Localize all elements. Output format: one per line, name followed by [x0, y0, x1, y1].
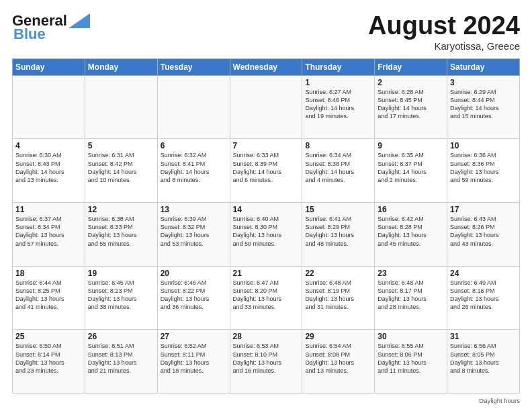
day-number: 3 [450, 78, 517, 87]
day-number: 14 [233, 205, 300, 214]
logo: General Blue [12, 12, 90, 43]
day-detail: Sunrise: 6:30 AM Sunset: 8:43 PM Dayligh… [15, 151, 82, 184]
calendar-header-sunday: Sunday [13, 58, 85, 75]
day-number: 24 [450, 269, 517, 278]
calendar-cell [230, 75, 302, 139]
calendar-cell: 24Sunrise: 6:49 AM Sunset: 8:16 PM Dayli… [447, 266, 520, 330]
calendar-header-wednesday: Wednesday [230, 58, 302, 75]
day-detail: Sunrise: 6:35 AM Sunset: 8:37 PM Dayligh… [378, 151, 444, 184]
day-detail: Sunrise: 6:45 AM Sunset: 8:23 PM Dayligh… [88, 279, 154, 312]
daylight-label: Daylight hours [479, 397, 520, 404]
day-number: 27 [161, 332, 227, 341]
calendar-header-monday: Monday [85, 58, 157, 75]
day-detail: Sunrise: 6:51 AM Sunset: 8:13 PM Dayligh… [88, 342, 154, 375]
day-detail: Sunrise: 6:41 AM Sunset: 8:29 PM Dayligh… [305, 215, 371, 248]
calendar-cell: 9Sunrise: 6:35 AM Sunset: 8:37 PM Daylig… [375, 139, 447, 203]
calendar-header-saturday: Saturday [447, 58, 520, 75]
day-number: 12 [88, 205, 154, 214]
subtitle: Karyotissa, Greece [368, 40, 520, 52]
day-detail: Sunrise: 6:38 AM Sunset: 8:33 PM Dayligh… [88, 215, 154, 248]
logo-icon [69, 13, 90, 28]
day-detail: Sunrise: 6:33 AM Sunset: 8:39 PM Dayligh… [233, 151, 300, 184]
title-block: August 2024 Karyotissa, Greece [368, 12, 520, 52]
day-detail: Sunrise: 6:31 AM Sunset: 8:42 PM Dayligh… [88, 151, 154, 184]
day-number: 13 [161, 205, 227, 214]
day-number: 7 [233, 141, 300, 150]
day-number: 6 [161, 141, 227, 150]
day-number: 10 [450, 141, 517, 150]
day-number: 18 [15, 269, 82, 278]
day-detail: Sunrise: 6:48 AM Sunset: 8:17 PM Dayligh… [378, 279, 444, 312]
svg-marker-0 [69, 13, 90, 28]
footer-legend: Daylight hours [479, 397, 520, 404]
day-detail: Sunrise: 6:55 AM Sunset: 8:06 PM Dayligh… [378, 342, 444, 375]
day-detail: Sunrise: 6:42 AM Sunset: 8:28 PM Dayligh… [378, 215, 444, 248]
day-number: 29 [305, 332, 371, 341]
calendar-cell: 19Sunrise: 6:45 AM Sunset: 8:23 PM Dayli… [85, 266, 157, 330]
calendar-week-5: 25Sunrise: 6:50 AM Sunset: 8:14 PM Dayli… [13, 330, 520, 394]
day-detail: Sunrise: 6:46 AM Sunset: 8:22 PM Dayligh… [161, 279, 227, 312]
calendar-cell [85, 75, 157, 139]
day-detail: Sunrise: 6:28 AM Sunset: 8:45 PM Dayligh… [378, 88, 444, 121]
day-number: 25 [15, 332, 82, 341]
calendar-cell: 6Sunrise: 6:32 AM Sunset: 8:41 PM Daylig… [157, 139, 230, 203]
day-detail: Sunrise: 6:56 AM Sunset: 8:05 PM Dayligh… [450, 342, 517, 375]
calendar-cell: 5Sunrise: 6:31 AM Sunset: 8:42 PM Daylig… [85, 139, 157, 203]
calendar-header-thursday: Thursday [302, 58, 375, 75]
calendar-header-row: SundayMondayTuesdayWednesdayThursdayFrid… [13, 58, 520, 75]
calendar-cell: 14Sunrise: 6:40 AM Sunset: 8:30 PM Dayli… [230, 203, 302, 267]
footer: Daylight hours [12, 397, 520, 404]
calendar-cell: 3Sunrise: 6:29 AM Sunset: 8:44 PM Daylig… [447, 75, 520, 139]
day-detail: Sunrise: 6:39 AM Sunset: 8:32 PM Dayligh… [161, 215, 227, 248]
day-number: 8 [305, 141, 371, 150]
calendar-cell: 30Sunrise: 6:55 AM Sunset: 8:06 PM Dayli… [375, 330, 447, 394]
calendar-cell: 25Sunrise: 6:50 AM Sunset: 8:14 PM Dayli… [13, 330, 85, 394]
calendar-cell: 2Sunrise: 6:28 AM Sunset: 8:45 PM Daylig… [375, 75, 447, 139]
calendar-week-3: 11Sunrise: 6:37 AM Sunset: 8:34 PM Dayli… [13, 203, 520, 267]
day-number: 30 [378, 332, 444, 341]
day-number: 2 [378, 78, 444, 87]
day-number: 5 [88, 141, 154, 150]
calendar-week-2: 4Sunrise: 6:30 AM Sunset: 8:43 PM Daylig… [13, 139, 520, 203]
calendar-cell: 23Sunrise: 6:48 AM Sunset: 8:17 PM Dayli… [375, 266, 447, 330]
day-number: 17 [450, 205, 517, 214]
day-detail: Sunrise: 6:50 AM Sunset: 8:14 PM Dayligh… [15, 342, 82, 375]
calendar-cell: 21Sunrise: 6:47 AM Sunset: 8:20 PM Dayli… [230, 266, 302, 330]
calendar: SundayMondayTuesdayWednesdayThursdayFrid… [12, 58, 520, 394]
calendar-cell: 1Sunrise: 6:27 AM Sunset: 8:46 PM Daylig… [302, 75, 375, 139]
calendar-cell: 18Sunrise: 6:44 AM Sunset: 8:25 PM Dayli… [13, 266, 85, 330]
day-detail: Sunrise: 6:34 AM Sunset: 8:38 PM Dayligh… [305, 151, 371, 184]
day-number: 19 [88, 269, 154, 278]
calendar-cell: 29Sunrise: 6:54 AM Sunset: 8:08 PM Dayli… [302, 330, 375, 394]
calendar-cell: 28Sunrise: 6:53 AM Sunset: 8:10 PM Dayli… [230, 330, 302, 394]
calendar-cell: 11Sunrise: 6:37 AM Sunset: 8:34 PM Dayli… [13, 203, 85, 267]
calendar-cell [157, 75, 230, 139]
calendar-cell: 16Sunrise: 6:42 AM Sunset: 8:28 PM Dayli… [375, 203, 447, 267]
header: General Blue August 2024 Karyotissa, Gre… [12, 12, 520, 52]
day-number: 31 [450, 332, 517, 341]
day-number: 4 [15, 141, 82, 150]
day-detail: Sunrise: 6:52 AM Sunset: 8:11 PM Dayligh… [161, 342, 227, 375]
day-detail: Sunrise: 6:44 AM Sunset: 8:25 PM Dayligh… [15, 279, 82, 312]
day-number: 21 [233, 269, 300, 278]
calendar-cell: 26Sunrise: 6:51 AM Sunset: 8:13 PM Dayli… [85, 330, 157, 394]
day-detail: Sunrise: 6:29 AM Sunset: 8:44 PM Dayligh… [450, 88, 517, 121]
day-detail: Sunrise: 6:49 AM Sunset: 8:16 PM Dayligh… [450, 279, 517, 312]
calendar-header-tuesday: Tuesday [157, 58, 230, 75]
calendar-week-1: 1Sunrise: 6:27 AM Sunset: 8:46 PM Daylig… [13, 75, 520, 139]
day-detail: Sunrise: 6:47 AM Sunset: 8:20 PM Dayligh… [233, 279, 300, 312]
calendar-cell: 13Sunrise: 6:39 AM Sunset: 8:32 PM Dayli… [157, 203, 230, 267]
day-detail: Sunrise: 6:43 AM Sunset: 8:26 PM Dayligh… [450, 215, 517, 248]
day-detail: Sunrise: 6:32 AM Sunset: 8:41 PM Dayligh… [161, 151, 227, 184]
calendar-cell: 4Sunrise: 6:30 AM Sunset: 8:43 PM Daylig… [13, 139, 85, 203]
day-detail: Sunrise: 6:27 AM Sunset: 8:46 PM Dayligh… [305, 88, 371, 121]
day-detail: Sunrise: 6:48 AM Sunset: 8:19 PM Dayligh… [305, 279, 371, 312]
day-number: 22 [305, 269, 371, 278]
calendar-cell: 7Sunrise: 6:33 AM Sunset: 8:39 PM Daylig… [230, 139, 302, 203]
day-number: 28 [233, 332, 300, 341]
day-number: 1 [305, 78, 371, 87]
day-detail: Sunrise: 6:40 AM Sunset: 8:30 PM Dayligh… [233, 215, 300, 248]
day-detail: Sunrise: 6:37 AM Sunset: 8:34 PM Dayligh… [15, 215, 82, 248]
page: General Blue August 2024 Karyotissa, Gre… [0, 0, 532, 411]
calendar-cell: 20Sunrise: 6:46 AM Sunset: 8:22 PM Dayli… [157, 266, 230, 330]
